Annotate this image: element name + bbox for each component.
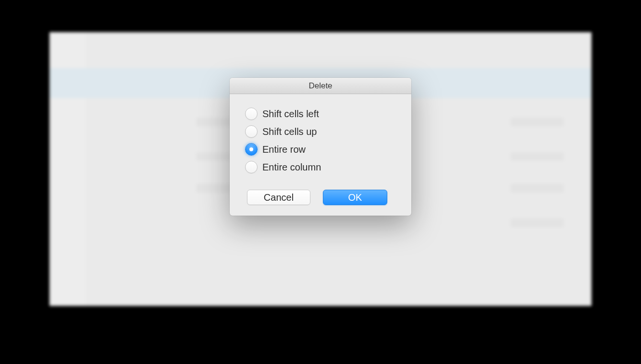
- ok-button[interactable]: OK: [323, 190, 387, 205]
- bg-cell: [511, 152, 564, 161]
- dialog-title: Delete: [308, 81, 332, 91]
- dialog-body: Shift cells left Shift cells up Entire r…: [230, 94, 411, 216]
- cancel-button[interactable]: Cancel: [247, 190, 310, 205]
- bg-cell: [511, 218, 564, 227]
- radio-icon: [245, 108, 258, 120]
- radio-icon: [245, 161, 258, 173]
- radio-selected-dot-icon: [249, 147, 253, 151]
- bg-cell: [511, 118, 564, 126]
- dialog-titlebar: Delete: [230, 78, 411, 94]
- radio-icon: [245, 143, 258, 156]
- radio-label: Entire row: [262, 144, 306, 155]
- radio-label: Shift cells up: [262, 126, 317, 137]
- radio-option-shift-cells-left[interactable]: Shift cells left: [245, 108, 396, 120]
- radio-option-entire-row[interactable]: Entire row: [245, 143, 396, 156]
- radio-group: Shift cells left Shift cells up Entire r…: [245, 108, 396, 173]
- radio-label: Shift cells left: [262, 109, 319, 120]
- delete-dialog: Delete Shift cells left Shift cells up E…: [230, 78, 411, 216]
- radio-option-shift-cells-up[interactable]: Shift cells up: [245, 125, 396, 138]
- radio-label: Entire column: [262, 162, 321, 173]
- radio-icon: [245, 125, 258, 138]
- bg-cell: [511, 184, 564, 193]
- dialog-buttons: Cancel OK: [247, 190, 396, 205]
- radio-option-entire-column[interactable]: Entire column: [245, 161, 396, 173]
